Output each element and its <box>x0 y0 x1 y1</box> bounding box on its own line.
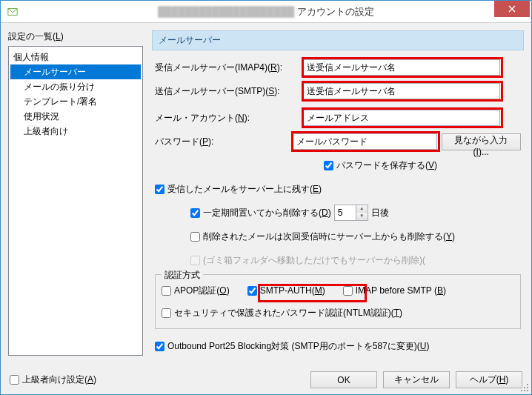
nav-item-personal[interactable]: 個人情報 <box>10 50 141 64</box>
resize-grip-icon[interactable] <box>519 382 530 393</box>
nav-item-usage[interactable]: 使用状況 <box>10 109 141 124</box>
imap-label: 受信メールサーバー(IMAP4)(R): <box>155 62 303 74</box>
nav-item-sorting[interactable]: メールの振り分け <box>10 79 141 94</box>
svg-rect-5 <box>524 390 525 391</box>
section-header: メールサーバー <box>152 30 524 50</box>
ntlm-checkbox[interactable]: セキュリティで保護されたパスワード認証(NTLM認証)(T) <box>162 307 402 319</box>
days-spinner[interactable]: 5 ▲▼ <box>334 205 368 221</box>
leave-on-server-checkbox[interactable]: 受信したメールをサーバー上に残す(E) <box>155 183 322 196</box>
svg-rect-3 <box>527 387 528 388</box>
svg-rect-4 <box>521 390 522 391</box>
svg-rect-2 <box>524 387 525 388</box>
auth-group-title: 認証方式 <box>162 269 203 282</box>
account-input[interactable] <box>303 110 500 126</box>
imap-input[interactable] <box>303 59 500 76</box>
svg-rect-6 <box>527 390 528 391</box>
bottom-bar: 上級者向け設定(A) OK キャンセル ヘルプ(H) <box>10 371 522 388</box>
smtp-auth-checkbox[interactable]: SMTP-AUTH(M) <box>247 285 325 296</box>
password-input[interactable] <box>293 133 437 150</box>
nav-item-mailserver[interactable]: メールサーバー <box>10 64 141 79</box>
titlebar: ████████████████████アカウントの設定 <box>1 1 531 23</box>
delete-after-checkbox[interactable]: 一定期間置いてから削除する(D) <box>190 207 331 219</box>
help-button[interactable]: ヘルプ(H) <box>456 371 522 388</box>
close-icon <box>508 5 516 13</box>
ok-button[interactable]: OK <box>310 371 377 388</box>
smtp-label: 送信メールサーバー(SMTP)(S): <box>155 85 303 98</box>
spinner-down-icon[interactable]: ▼ <box>356 213 368 220</box>
cancel-button[interactable]: キャンセル <box>383 371 450 388</box>
apop-checkbox[interactable]: APOP認証(O) <box>162 285 230 297</box>
svg-rect-1 <box>527 384 528 385</box>
smtp-input[interactable] <box>303 83 500 99</box>
password-label: パスワード(P): <box>155 136 270 148</box>
settings-window: ████████████████████アカウントの設定 設定の一覧(L) 個人… <box>0 0 532 395</box>
spinner-up-icon[interactable]: ▲ <box>356 205 368 213</box>
app-icon <box>7 6 19 18</box>
window-title: ████████████████████アカウントの設定 <box>158 5 374 19</box>
nav-header: 設定の一覧(L) <box>8 30 143 43</box>
settings-nav: 設定の一覧(L) 個人情報 メールサーバー メールの振り分け テンプレート/署名… <box>8 30 143 351</box>
days-suffix: 日後 <box>371 207 389 219</box>
delete-removed-checkbox[interactable]: 削除されたメールは次回受信時にサーバー上からも削除する(Y) <box>190 230 455 243</box>
nav-listbox[interactable]: 個人情報 メールサーバー メールの振り分け テンプレート/署名 使用状況 上級者… <box>8 46 143 356</box>
nav-item-advanced[interactable]: 上級者向け <box>10 124 141 139</box>
watch-input-button[interactable]: 見ながら入力(I)... <box>442 133 521 150</box>
outbound-port25-checkbox[interactable]: Outbound Port25 Blocking対策 (SMTP用のポートを58… <box>155 340 429 353</box>
auth-group: 認証方式 APOP認証(O) SMTP-AUTH(M) IMAP before … <box>155 274 521 329</box>
account-label: メール・アカウント(N): <box>155 112 281 125</box>
nav-item-template[interactable]: テンプレート/署名 <box>10 94 141 109</box>
trash-note-checkbox: (ゴミ箱フォルダへ移動しただけでもサーバーから削除)( <box>190 254 425 267</box>
close-button[interactable] <box>494 1 530 17</box>
advanced-settings-checkbox[interactable]: 上級者向け設定(A) <box>10 374 96 386</box>
settings-panel: メールサーバー 受信メールサーバー(IMAP4)(R): 送信メールサーバー(S… <box>143 30 524 351</box>
save-password-checkbox[interactable]: パスワードを保存する(V) <box>324 159 437 172</box>
imap-before-smtp-checkbox[interactable]: IMAP before SMTP (B) <box>343 285 446 296</box>
